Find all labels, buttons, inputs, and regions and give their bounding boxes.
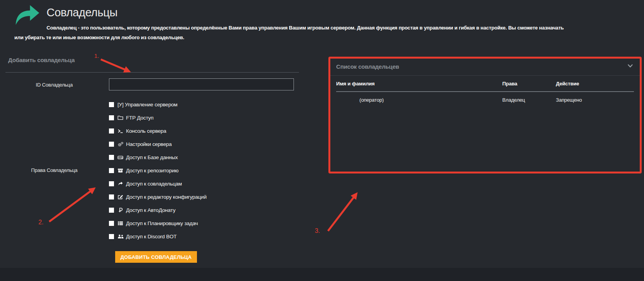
section-divider: [5, 72, 299, 73]
hdd-icon: [117, 155, 124, 160]
cell-rights: Владелец: [502, 97, 556, 103]
owners-panel: Список совладельцев Имя и фамилия Права …: [328, 57, 642, 173]
permission-row[interactable]: Доступ к Базе данных: [109, 154, 207, 160]
permission-row[interactable]: Доступ к АвтоДонату: [109, 207, 207, 213]
permission-label: Доступ к АвтоДонату: [126, 207, 176, 213]
chevron-down-icon[interactable]: [627, 63, 633, 70]
users-icon: [117, 234, 124, 239]
permission-label: [У] Управление сервером: [117, 102, 178, 108]
cell-action: Запрещено: [556, 97, 634, 103]
annotation-label-2: 2.: [38, 219, 43, 226]
owners-table-body: (оператор) Владелец Запрещено: [336, 92, 634, 103]
cell-name: (оператор): [336, 97, 502, 103]
checkbox[interactable]: [109, 102, 114, 107]
add-owner-button[interactable]: ДОБАВИТЬ СОВЛАДЕЛЬЦА: [115, 251, 197, 263]
page: Совладельцы Совладелец - это пользовател…: [0, 0, 644, 281]
checkbox[interactable]: [109, 194, 114, 199]
terminal-icon: [117, 128, 124, 134]
owner-id-label: ID Совладельца: [4, 82, 105, 88]
owners-panel-divider: [328, 75, 642, 76]
permission-label: Доступ к репозиторию: [126, 168, 178, 173]
owners-table-header: Имя и фамилия Права Действие: [336, 81, 634, 92]
folder-icon: [117, 115, 124, 120]
permission-label: Доступ к совладельцам: [126, 181, 182, 187]
page-description: Совладелец - это пользователь, которому …: [14, 23, 571, 42]
checkbox[interactable]: [109, 168, 114, 173]
checkbox[interactable]: [109, 128, 114, 134]
column-name: Имя и фамилия: [336, 81, 502, 87]
checkbox[interactable]: [109, 208, 114, 213]
owner-id-input[interactable]: [109, 78, 294, 90]
page-title: Совладельцы: [47, 6, 117, 19]
table-row: (оператор) Владелец Запрещено: [336, 92, 634, 103]
list-icon: [117, 221, 124, 226]
permission-label: Доступ к Discord BOT: [126, 234, 177, 239]
permission-label: Доступ к Планировщику задач: [126, 220, 198, 226]
permission-label: Настройки сервера: [126, 141, 172, 147]
permission-row[interactable]: Доступ к репозиторию: [109, 168, 207, 173]
cogs-icon: [117, 142, 124, 147]
column-action: Действие: [556, 81, 634, 87]
edit-icon: [117, 194, 124, 199]
column-rights: Права: [502, 81, 556, 87]
permission-row[interactable]: Доступ к Discord BOT: [109, 234, 207, 239]
share-icon: [117, 181, 124, 186]
permission-row[interactable]: Доступ к Планировщику задач: [109, 220, 207, 226]
checkbox[interactable]: [109, 155, 114, 160]
owners-panel-heading: Список совладельцев: [336, 63, 399, 70]
permissions-list: [У] Управление сервером FTP Доступ Консо…: [109, 102, 207, 247]
annotation-arrow-3: [328, 194, 356, 231]
owners-table: Имя и фамилия Права Действие (оператор) …: [336, 81, 634, 103]
footer: [0, 268, 644, 281]
permission-label: Доступ к редактору конфигураций: [126, 194, 207, 200]
checkbox[interactable]: [109, 221, 114, 226]
checkbox[interactable]: [109, 181, 114, 186]
ruble-icon: [117, 208, 124, 213]
checkbox[interactable]: [109, 115, 114, 120]
checkbox[interactable]: [109, 142, 114, 147]
permission-label: Консоль сервера: [126, 128, 166, 134]
owner-rights-label: Права Совладельца: [4, 167, 105, 173]
archive-icon: [117, 168, 124, 173]
annotation-label-1: 1.: [94, 52, 99, 59]
permission-label: FTP Доступ: [126, 115, 154, 121]
permission-row[interactable]: FTP Доступ: [109, 115, 207, 121]
annotation-arrow-2: [49, 189, 93, 222]
add-owner-heading: Добавить совладельца: [8, 57, 75, 63]
annotation-label-3: 3.: [315, 227, 320, 234]
permission-row[interactable]: Настройки сервера: [109, 141, 207, 147]
permission-row[interactable]: Доступ к совладельцам: [109, 181, 207, 187]
checkbox[interactable]: [109, 234, 114, 239]
owners-panel-header[interactable]: Список совладельцев: [328, 57, 642, 70]
permission-row[interactable]: [У] Управление сервером: [109, 102, 207, 108]
annotation-arrow-1: [101, 59, 128, 71]
permission-row[interactable]: Консоль сервера: [109, 128, 207, 134]
permission-label: Доступ к Базе данных: [126, 154, 178, 160]
permission-row[interactable]: Доступ к редактору конфигураций: [109, 194, 207, 200]
